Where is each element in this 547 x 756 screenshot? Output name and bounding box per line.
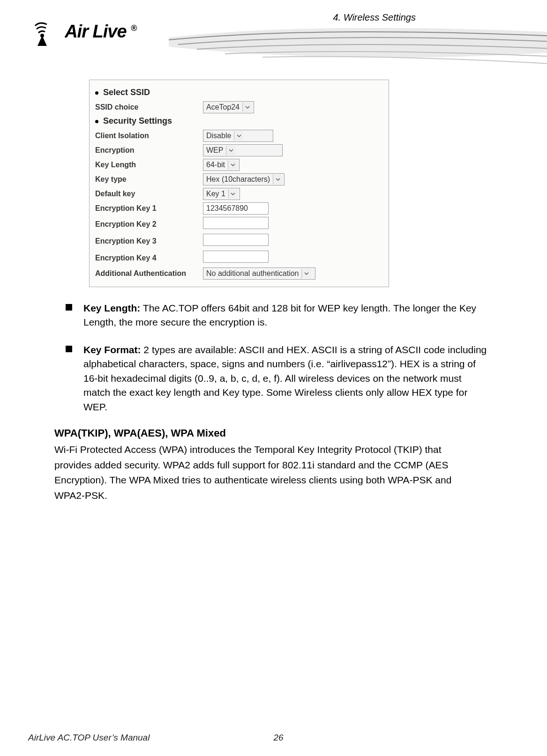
client-isolation-select[interactable]: Disable: [203, 130, 273, 142]
config-panel: Select SSID SSID choice AceTop24 Securit…: [89, 80, 389, 287]
bullet-key-length-lead: Key Length:: [83, 303, 140, 313]
encryption-key-1-input[interactable]: 1234567890: [203, 202, 269, 215]
ssid-choice-select[interactable]: AceTop24: [203, 101, 254, 113]
chevron-down-icon: [226, 146, 235, 155]
chevron-down-icon: [273, 175, 282, 184]
encryption-key-3-input[interactable]: [203, 234, 269, 246]
additional-auth-select[interactable]: No additional authentication: [203, 267, 315, 280]
encryption-key-2-label: Encryption Key 2: [95, 220, 203, 229]
bullet-key-length-text: The AC.TOP offers 64bit and 128 bit for …: [83, 303, 476, 327]
encryption-key-4-input[interactable]: [203, 251, 269, 263]
additional-auth-label: Additional Authentication: [95, 269, 203, 278]
ssid-choice-label: SSID choice: [95, 103, 203, 111]
chevron-down-icon: [228, 189, 238, 199]
bullet-key-format: Key Format: 2 types are available: ASCII…: [66, 343, 491, 414]
encryption-select[interactable]: WEP: [203, 144, 283, 156]
encryption-key-3-label: Encryption Key 3: [95, 237, 203, 245]
key-type-label: Key type: [95, 175, 203, 184]
section-security-settings: Security Settings: [95, 116, 385, 126]
page-number: 26: [274, 733, 519, 743]
encryption-key-4-label: Encryption Key 4: [95, 254, 203, 262]
header-swoosh-graphic: [169, 23, 547, 75]
bullet-dot-icon: [95, 120, 98, 123]
default-key-select[interactable]: Key 1: [203, 188, 240, 200]
square-bullet-icon: [66, 343, 83, 414]
key-length-select[interactable]: 64-bit: [203, 159, 240, 171]
wpa-body: Wi-Fi Protected Access (WPA) introduces …: [54, 442, 472, 503]
brand-text: Air Live: [65, 22, 126, 41]
brand-logo: Air Live ®: [28, 19, 136, 47]
encryption-label: Encryption: [95, 146, 203, 155]
page-footer: AirLive AC.TOP User’s Manual 26: [28, 733, 519, 743]
bullet-list: Key Length: The AC.TOP offers 64bit and …: [66, 301, 491, 414]
chevron-down-icon: [234, 131, 243, 141]
antenna-icon: [28, 19, 61, 47]
chevron-down-icon: [228, 160, 237, 170]
page-header: 4. Wireless Settings Air Live ®: [28, 9, 519, 75]
bullet-dot-icon: [95, 91, 98, 95]
bullet-key-format-lead: Key Format:: [83, 344, 141, 355]
square-bullet-icon: [66, 301, 83, 330]
key-type-select[interactable]: Hex (10characters): [203, 173, 285, 185]
bullet-key-length: Key Length: The AC.TOP offers 64bit and …: [66, 301, 491, 330]
manual-title: AirLive AC.TOP User’s Manual: [28, 733, 274, 743]
section-select-ssid: Select SSID: [95, 88, 385, 97]
key-length-label: Key Length: [95, 161, 203, 169]
chevron-down-icon: [242, 103, 252, 112]
default-key-label: Default key: [95, 190, 203, 198]
client-isolation-label: Client Isolation: [95, 132, 203, 140]
wpa-heading: WPA(TKIP), WPA(AES), WPA Mixed: [54, 427, 491, 439]
chevron-down-icon: [301, 269, 311, 278]
encryption-key-2-input[interactable]: [203, 217, 269, 229]
encryption-key-1-label: Encryption Key 1: [95, 204, 203, 213]
chapter-title: 4. Wireless Settings: [333, 12, 416, 23]
bullet-key-format-text: 2 types are available: ASCII and HEX. AS…: [83, 344, 487, 412]
